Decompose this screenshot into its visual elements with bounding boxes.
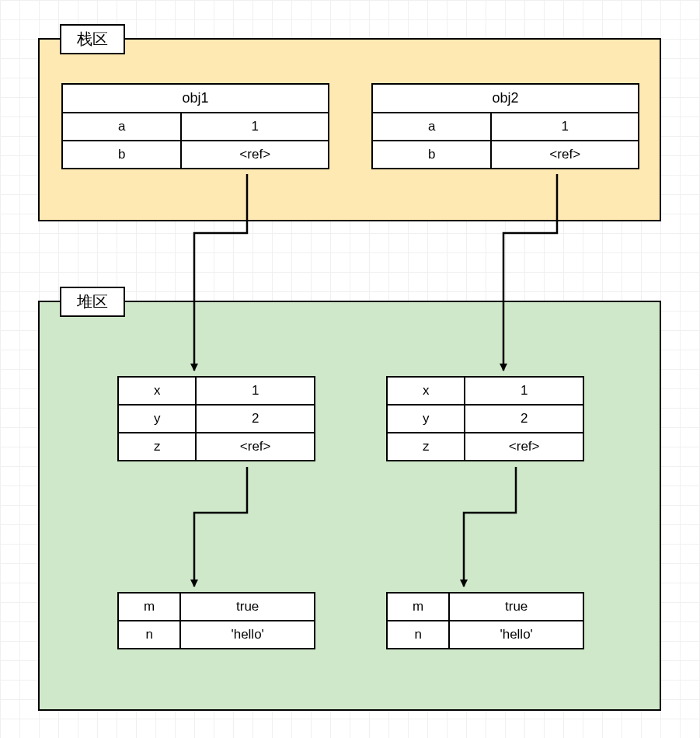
cell-key: a — [63, 113, 182, 140]
table-row: y 2 — [119, 406, 314, 433]
cell-key: n — [388, 621, 450, 648]
table-row: m true — [119, 594, 314, 621]
cell-value: <ref> — [182, 141, 328, 168]
cell-key: x — [388, 378, 465, 404]
table-header: obj1 — [63, 85, 328, 113]
cell-key: z — [119, 433, 197, 460]
cell-value: 1 — [492, 113, 638, 140]
cell-value: 'hello' — [450, 621, 583, 648]
cell-value: 1 — [182, 113, 328, 140]
table-row: n 'hello' — [388, 621, 583, 648]
cell-key: x — [119, 378, 197, 404]
cell-value: 2 — [465, 406, 583, 432]
table-row: a 1 — [63, 113, 328, 141]
cell-key: a — [373, 113, 492, 140]
cell-key: b — [63, 141, 182, 168]
cell-value: 1 — [197, 378, 314, 404]
heap-table-left-lower: m true n 'hello' — [117, 592, 315, 649]
cell-value: true — [181, 594, 314, 620]
cell-key: y — [388, 406, 465, 432]
cell-value: 2 — [197, 406, 314, 432]
cell-key: y — [119, 406, 197, 432]
diagram-canvas: 栈区 obj1 a 1 b <ref> obj2 a 1 b <ref> — [0, 0, 700, 738]
cell-value: <ref> — [465, 433, 583, 460]
table-row: z <ref> — [388, 433, 583, 460]
table-row: b <ref> — [63, 141, 328, 168]
cell-key: m — [119, 594, 181, 620]
table-row: b <ref> — [373, 141, 638, 168]
table-header: obj2 — [373, 85, 638, 113]
heap-table-right-lower: m true n 'hello' — [386, 592, 584, 649]
table-row: z <ref> — [119, 433, 314, 460]
heap-region-label: 堆区 — [60, 287, 125, 317]
cell-key: n — [119, 621, 181, 648]
table-row: y 2 — [388, 406, 583, 433]
stack-table-obj1: obj1 a 1 b <ref> — [61, 83, 329, 169]
table-row: n 'hello' — [119, 621, 314, 648]
cell-key: b — [373, 141, 492, 168]
stack-region: 栈区 obj1 a 1 b <ref> obj2 a 1 b <ref> — [38, 38, 661, 221]
table-row: a 1 — [373, 113, 638, 141]
table-row: m true — [388, 594, 583, 621]
cell-value: 1 — [465, 378, 583, 404]
cell-key: m — [388, 594, 450, 620]
table-row: x 1 — [119, 378, 314, 406]
cell-key: z — [388, 433, 465, 460]
cell-value: 'hello' — [181, 621, 314, 648]
heap-region: 堆区 x 1 y 2 z <ref> x 1 y 2 — [38, 301, 661, 711]
stack-table-obj2: obj2 a 1 b <ref> — [371, 83, 639, 169]
table-row: x 1 — [388, 378, 583, 406]
heap-table-left-upper: x 1 y 2 z <ref> — [117, 376, 315, 461]
cell-value: true — [450, 594, 583, 620]
heap-table-right-upper: x 1 y 2 z <ref> — [386, 376, 584, 461]
stack-region-label: 栈区 — [60, 24, 125, 54]
cell-value: <ref> — [197, 433, 314, 460]
cell-value: <ref> — [492, 141, 638, 168]
